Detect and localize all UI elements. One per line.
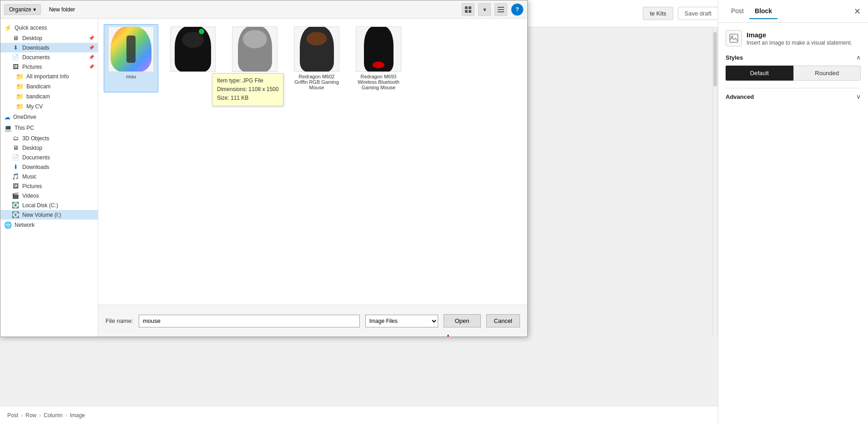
sidebar-item-new-volume[interactable]: 💽 New Volume (I:) bbox=[0, 210, 98, 220]
image-block-title: Image bbox=[747, 31, 852, 39]
sidebar-bandicam1-label: Bandicam bbox=[26, 83, 50, 90]
view-list-button[interactable] bbox=[495, 3, 507, 16]
sidebar-all-important-label: All importatnt Info bbox=[26, 73, 69, 80]
sidebar-item-local-disk[interactable]: 💽 Local Disk (C:) bbox=[0, 200, 98, 210]
breadcrumb-sep-2: › bbox=[39, 412, 41, 419]
advanced-chevron-icon[interactable]: ∨ bbox=[856, 93, 861, 100]
this-pc-label: This PC bbox=[15, 125, 34, 131]
file-name-input[interactable] bbox=[139, 315, 360, 327]
scrollbar-thumb[interactable] bbox=[713, 32, 717, 87]
sidebar-3d-objects-label: 3D Objects bbox=[22, 135, 49, 142]
breadcrumb-image[interactable]: Image bbox=[70, 412, 85, 419]
pictures-icon: 🖼 bbox=[11, 63, 20, 70]
tab-block[interactable]: Block bbox=[749, 4, 777, 19]
dialog-sidebar: ⚡ Quick access 🖥 Desktop 📌 ⬇ Downloads 📌… bbox=[0, 19, 98, 337]
sidebar-downloads2-label: Downloads bbox=[22, 164, 49, 170]
list-item[interactable]: Redragon M693 Wireless Bluetooth Gaming … bbox=[351, 24, 406, 92]
style-default-button[interactable]: Default bbox=[726, 66, 793, 81]
file-type-select[interactable]: Image Files bbox=[365, 315, 438, 327]
sidebar-item-downloads2[interactable]: ⬇ Downloads bbox=[0, 162, 98, 172]
sidebar-item-desktop2[interactable]: 🖥 Desktop bbox=[0, 143, 98, 153]
sidebar-this-pc[interactable]: 💻 This PC bbox=[0, 123, 98, 133]
sidebar-item-documents2[interactable]: 📄 Documents bbox=[0, 153, 98, 162]
style-rounded-button[interactable]: Rounded bbox=[793, 66, 861, 81]
sidebar-item-videos[interactable]: 🎬 Videos bbox=[0, 191, 98, 200]
sidebar-item-bandicam1[interactable]: 📁 Bandicam bbox=[0, 82, 98, 92]
tooltip-size: Size: 111 KB bbox=[217, 94, 278, 102]
sidebar-quick-access[interactable]: ⚡ Quick access bbox=[0, 22, 98, 33]
dialog-bottom-bar: File name: Image Files Open bbox=[98, 305, 527, 337]
view-options-button[interactable] bbox=[462, 3, 474, 16]
svg-rect-17 bbox=[498, 11, 504, 12]
tooltip-item-type: Item type: JPG File bbox=[217, 77, 278, 85]
sidebar-local-disk-label: Local Disk (C:) bbox=[22, 202, 58, 209]
videos-icon: 🎬 bbox=[11, 192, 20, 199]
new-volume-icon: 💽 bbox=[11, 211, 20, 218]
cancel-button[interactable]: Cancel bbox=[486, 314, 520, 327]
organize-label: Organize bbox=[9, 6, 31, 13]
styles-section-header: Styles ∧ bbox=[726, 54, 861, 61]
downloads-icon: ⬇ bbox=[11, 44, 20, 51]
advanced-section-header: Advanced ∨ bbox=[726, 88, 861, 105]
sidebar-network[interactable]: 🌐 Network bbox=[0, 220, 98, 230]
documents-icon: 📄 bbox=[11, 54, 20, 61]
svg-rect-15 bbox=[498, 7, 504, 8]
sidebar-item-pictures2[interactable]: 🖼 Pictures bbox=[0, 181, 98, 191]
panel-scrollbar[interactable] bbox=[712, 27, 718, 337]
open-button[interactable]: Open bbox=[444, 314, 481, 327]
sidebar-item-all-important[interactable]: 📁 All importatnt Info bbox=[0, 72, 98, 82]
new-folder-button[interactable]: New folder bbox=[45, 5, 80, 15]
svg-rect-9 bbox=[730, 34, 738, 42]
folder-icon-3: 📁 bbox=[16, 93, 24, 100]
file-thumbnail bbox=[170, 26, 216, 72]
pin-icon-documents: 📌 bbox=[89, 55, 94, 60]
folder-icon-1: 📁 bbox=[16, 73, 24, 80]
style-buttons-group: Default Rounded bbox=[726, 66, 861, 81]
sidebar-item-desktop[interactable]: 🖥 Desktop 📌 bbox=[0, 33, 98, 43]
svg-rect-11 bbox=[465, 6, 468, 9]
panel-tabs: Post Block ✕ bbox=[718, 0, 868, 23]
sidebar-item-music[interactable]: 🎵 Music bbox=[0, 172, 98, 181]
onedrive-icon: ☁ bbox=[4, 113, 10, 121]
tab-post[interactable]: Post bbox=[726, 4, 749, 19]
file-name-field-label: File name: bbox=[106, 317, 133, 324]
sidebar-item-pictures[interactable]: 🖼 Pictures 📌 bbox=[0, 62, 98, 72]
breadcrumb-row[interactable]: Row bbox=[25, 412, 36, 419]
panel-content: Image Insert an image to make a visual s… bbox=[718, 23, 868, 424]
help-button[interactable]: ? bbox=[511, 3, 524, 16]
sidebar-item-downloads[interactable]: ⬇ Downloads 📌 bbox=[0, 43, 98, 52]
breadcrumb-post[interactable]: Post bbox=[7, 412, 18, 419]
list-item[interactable]: Redragon M602 Griffin RGB Gaming Mouse bbox=[289, 24, 344, 92]
sidebar-onedrive[interactable]: ☁ OneDrive bbox=[0, 112, 98, 123]
sidebar-bandicam2-label: bandicam bbox=[26, 93, 50, 100]
sidebar-desktop2-label: Desktop bbox=[22, 145, 42, 151]
pin-icon-downloads: 📌 bbox=[89, 45, 94, 50]
file-name-label: mou bbox=[126, 74, 136, 79]
sidebar-item-my-cv[interactable]: 📁 My CV bbox=[0, 102, 98, 112]
breadcrumb: Post › Row › Column › Image bbox=[0, 406, 718, 424]
sidebar-pictures2-label: Pictures bbox=[22, 183, 42, 189]
pin-icon-pictures: 📌 bbox=[89, 64, 94, 69]
desktop-icon: 🖥 bbox=[11, 35, 20, 41]
onedrive-label: OneDrive bbox=[13, 114, 36, 120]
sidebar-desktop-label: Desktop bbox=[22, 35, 42, 41]
red-arrow-indicator bbox=[439, 332, 457, 337]
sidebar-music-label: Music bbox=[22, 174, 36, 180]
sidebar-item-bandicam2[interactable]: 📁 bandicam bbox=[0, 92, 98, 102]
styles-chevron-icon[interactable]: ∧ bbox=[856, 54, 861, 61]
file-open-dialog: Organize ▾ New folder ▾ ? ⚡ Quick access… bbox=[0, 0, 528, 337]
sidebar-documents-label: Documents bbox=[22, 54, 50, 61]
sidebar-item-documents[interactable]: 📄 Documents 📌 bbox=[0, 52, 98, 62]
downloads2-icon: ⬇ bbox=[11, 163, 20, 170]
sidebar-item-3d-objects[interactable]: 🗂 3D Objects bbox=[0, 133, 98, 143]
list-item[interactable]: mou bbox=[104, 24, 158, 92]
view-dropdown-button[interactable]: ▾ bbox=[478, 3, 491, 16]
breadcrumb-sep-3: › bbox=[65, 412, 67, 419]
file-thumbnail bbox=[356, 26, 401, 72]
organize-button[interactable]: Organize ▾ bbox=[4, 4, 41, 15]
close-panel-button[interactable]: ✕ bbox=[854, 6, 861, 16]
save-draft-button[interactable]: Save draft bbox=[678, 7, 718, 20]
pin-icon-desktop: 📌 bbox=[89, 36, 94, 41]
breadcrumb-column[interactable]: Column bbox=[44, 412, 62, 419]
kits-button[interactable]: te Kits bbox=[643, 7, 673, 20]
